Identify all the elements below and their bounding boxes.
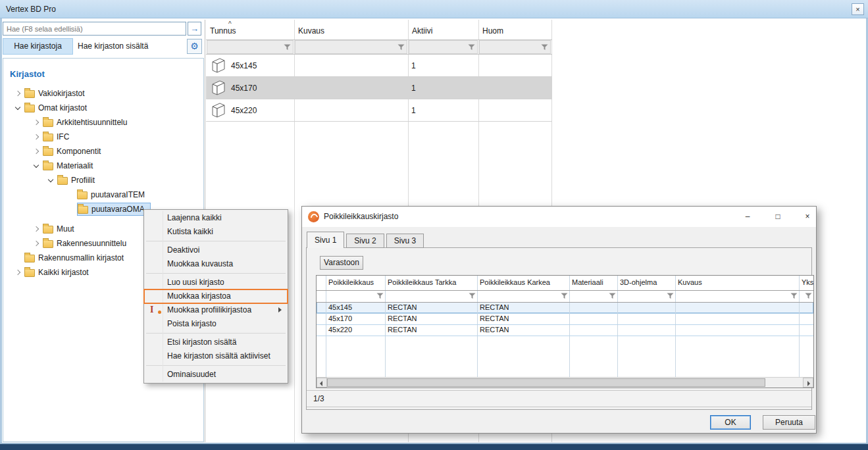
filter-cell-kuvaus[interactable] [295,40,407,54]
filter-cell-aktiivi[interactable] [409,40,478,54]
tree-item-kaikki-kirjastot[interactable]: Kaikki kirjastot [14,266,89,279]
menu-item-poista-kirjasto[interactable]: Poista kirjasto [144,317,288,331]
chevron-right-icon[interactable] [14,268,22,276]
tab-sivu-1[interactable]: Sivu 1 [307,232,344,248]
scrollbar-thumb[interactable] [327,378,765,387]
tree-item-puutavaraitem[interactable]: puutavaraITEM [77,188,145,201]
search-go-button[interactable]: → [188,22,201,36]
filter-icon[interactable] [468,43,475,53]
filter-icon[interactable] [469,292,476,301]
menu-item-muokkaa-kuvausta[interactable]: Muokkaa kuvausta [144,257,288,271]
cancel-button[interactable]: Peruuta [763,415,815,430]
tree-item-omat-kirjastot[interactable]: Omat kirjastot [14,101,87,114]
scroll-right-button[interactable] [803,378,813,388]
settings-button[interactable]: ⚙ [187,39,202,54]
search-input[interactable] [3,22,186,36]
chevron-right-icon[interactable] [32,118,40,126]
filter-cell-huom[interactable] [479,40,551,54]
column-header-aktiivi[interactable]: Aktiivi [412,26,432,36]
menu-item-deaktivoi[interactable]: Deaktivoi [144,243,288,257]
column-header-materiaali[interactable]: Materiaali [572,278,603,286]
folder-icon [43,226,53,234]
menu-item-label: Luo uusi kirjasto [167,278,224,287]
cell-karkea: RECTAN [480,313,509,324]
window-border-bottom [0,443,868,450]
dialog-close-button[interactable]: × [796,207,817,226]
filter-icon[interactable] [376,292,384,301]
menu-item-etsi-kirjaston-sisalta[interactable]: Etsi kirjaston sisältä [144,336,288,349]
chevron-right-icon[interactable] [32,225,40,233]
tab-sivu-2[interactable]: Sivu 2 [346,234,384,248]
folder-icon [43,162,53,170]
window-title: Vertex BD Pro [6,5,56,14]
menu-item-laajenna-kaikki[interactable]: Laajenna kaikki [144,211,288,225]
filter-icon[interactable] [790,292,798,301]
profile-beam-icon [211,80,226,99]
dialog-maximize-button[interactable]: □ [766,207,790,226]
cell-karkea: RECTAN [480,302,509,313]
filter-icon[interactable] [561,292,568,301]
column-header-kuvaus[interactable]: Kuvaus [678,278,702,286]
table-row[interactable]: 45x145 RECTAN RECTAN [317,302,813,313]
filter-icon[interactable] [397,43,405,53]
menu-item-hae-kirjaston-sisalta-aktiiviset[interactable]: Hae kirjaston sisältä aktiiviset [144,349,288,363]
window-close-button[interactable]: × [852,3,864,15]
menu-item-ominaisuudet[interactable]: Ominaisuudet [144,368,288,382]
folder-icon [57,177,68,185]
ok-button[interactable]: OK [710,415,751,430]
table-row[interactable]: 45x145 1 [206,55,552,77]
cell-tunnus: 45x220 [231,99,257,122]
tree-item-rakennusmallin-kirjastot[interactable]: Rakennusmallin kirjastot [14,251,124,264]
column-header-huom[interactable]: Huom [482,26,503,36]
table-row[interactable]: 45x170 1 [206,77,552,99]
chevron-down-icon[interactable] [32,162,40,170]
menu-item-muokkaa-kirjastoa[interactable]: Muokkaa kirjastoa [144,289,288,303]
tree-item-muut[interactable]: Muut [32,222,74,236]
column-header-yks[interactable]: Yks [802,278,813,286]
column-header-tunnus[interactable]: Tunnus [210,26,236,36]
dialog-titlebar[interactable]: Poikkileikkauskirjasto – □ × [302,207,816,227]
tree-item-komponentit[interactable]: Komponentit [32,145,101,158]
menu-item-luo-uusi-kirjasto[interactable]: Luo uusi kirjasto [144,276,288,289]
filter-icon[interactable] [805,292,812,301]
menu-item-kutista-kaikki[interactable]: Kutista kaikki [144,225,288,239]
titlebar[interactable]: Vertex BD Pro × [0,0,868,18]
tree-item-ifc[interactable]: IFC [32,130,69,143]
scroll-left-button[interactable] [317,378,327,388]
chevron-right-icon[interactable] [32,239,40,247]
dialog-minimize-button[interactable]: – [736,207,759,226]
chevron-right-icon[interactable] [32,133,40,141]
tree-item-vakiokirjastot[interactable]: Vakiokirjastot [14,87,84,100]
filter-icon[interactable] [667,292,674,301]
tree-item-profiilit[interactable]: Profiilit [47,174,95,187]
table-row[interactable]: 45x170 RECTAN RECTAN [317,313,813,324]
chevron-right-icon[interactable] [14,89,22,97]
folder-icon [78,206,88,214]
tree-item-materiaalit[interactable]: Materiaalit [32,159,93,172]
column-header-kuvaus[interactable]: Kuvaus [298,26,324,36]
chevron-down-icon[interactable] [47,176,55,184]
tab-hae-kirjastoja[interactable]: Hae kirjastoja [3,38,73,55]
column-header-poikkileikkaus[interactable]: Poikkileikkaus [328,278,374,286]
filter-icon[interactable] [609,292,616,301]
menu-item-muokkaa-profiilikirjastoa[interactable]: I Muokkaa profiilikirjastoa [144,303,288,317]
table-row[interactable]: 45x220 1 [206,99,552,122]
tab-hae-kirjaston-sisalta[interactable]: Hae kirjaston sisältä [78,38,148,55]
tree-item-arkkitehtisuunnittelu[interactable]: Arkkitehtisuunnittelu [32,116,127,129]
tree-item-rakennesuunnittelu[interactable]: Rakennesuunnittelu [32,237,126,250]
chevron-down-icon[interactable] [14,104,22,112]
chevron-right-icon[interactable] [32,147,40,155]
tab-sivu-3[interactable]: Sivu 3 [386,234,424,248]
column-header-poikkileikkaus-tarkka[interactable]: Poikkileikkaus Tarkka [388,278,456,286]
filter-icon[interactable] [541,43,548,53]
varastoon-button[interactable]: Varastoon [320,256,363,270]
table-row[interactable]: 45x220 RECTAN RECTAN [317,324,813,336]
tree-item-label: Komponentit [57,147,101,156]
column-header-poikkileikkaus-karkea[interactable]: Poikkileikkaus Karkea [480,278,550,286]
folder-icon [43,240,53,248]
filter-cell-tunnus[interactable] [207,40,294,54]
tree-item-puutavaraoma[interactable]: puutavaraOMA [77,203,151,216]
horizontal-scrollbar[interactable] [317,377,813,388]
filter-icon[interactable] [284,43,291,53]
column-header-3d-ohjelma[interactable]: 3D-ohjelma [620,278,657,286]
